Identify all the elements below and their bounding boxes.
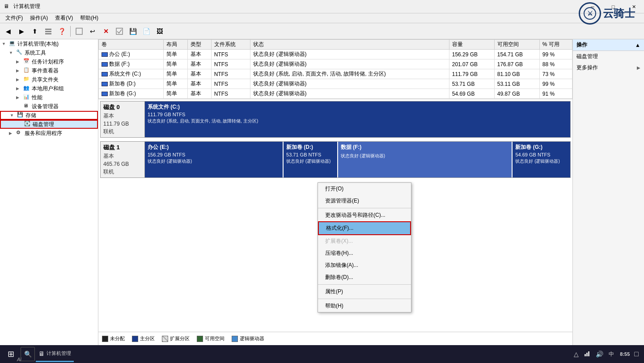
menu-action[interactable]: 操作(A) — [26, 13, 51, 23]
ctx-format[interactable]: 格式化(F)... — [318, 221, 411, 235]
cell-pct: 91 % — [539, 89, 572, 99]
tray-volume[interactable]: 🔊 — [594, 350, 605, 358]
disk1-partition-e[interactable]: 办公 (E:) 156.29 GB NTFS 状态良好 (逻辑驱动器) — [145, 142, 284, 177]
col-pct[interactable]: % 可用 — [539, 40, 572, 50]
icon-disk-mgmt: 💽 — [24, 121, 31, 128]
cell-type: 基本 — [187, 69, 211, 79]
arrow-computer-mgmt: ▼ — [2, 42, 9, 46]
cell-free: 53.11 GB — [494, 79, 539, 89]
sidebar-item-shared-folders[interactable]: ▶ 📁 共享文件夹 — [0, 75, 98, 84]
disk1-partition-d[interactable]: 新加卷 (D:) 53.71 GB NTFS 状态良好 (逻辑驱动器) — [284, 142, 338, 177]
ctx-shrink[interactable]: 压缩卷(H)... — [318, 247, 411, 259]
cell-pct: 73 % — [539, 69, 572, 79]
toolbar-cancel[interactable]: ✕ — [100, 25, 112, 38]
more-actions-arrow: ▶ — [637, 65, 640, 70]
close-button[interactable]: ✕ — [623, 0, 644, 13]
sidebar-item-storage[interactable]: ▼ 💾 存储 — [0, 111, 98, 120]
disk0-type: 基本 — [103, 112, 142, 120]
disk1-partition-g[interactable]: 新加卷 (G:) 54.69 GB NTFS 状态良好 (逻辑驱动器) — [513, 142, 570, 177]
maximize-button[interactable]: □ — [603, 0, 623, 13]
col-status[interactable]: 状态 — [250, 40, 449, 50]
disk0-p0-size: 111.79 GB NTFS — [148, 112, 568, 117]
taskbar-app-computer-mgmt[interactable]: 🖥 计算机管理 — [36, 346, 74, 362]
ctx-properties[interactable]: 属性(P) — [318, 286, 411, 298]
toolbar-up[interactable]: ⬆ — [29, 25, 41, 38]
sidebar-item-services[interactable]: ▶ ⚙ 服务和应用程序 — [0, 129, 98, 138]
toolbar-checkbox[interactable] — [113, 25, 126, 38]
col-vol[interactable]: 卷 — [99, 40, 164, 50]
toolbar-image[interactable]: 🖼 — [153, 25, 166, 38]
legend-logical: 逻辑驱动器 — [232, 335, 264, 342]
right-panel-collapse[interactable]: ▲ — [635, 42, 640, 48]
col-free[interactable]: 可用空间 — [494, 40, 539, 50]
clock[interactable]: 8:55 — [618, 351, 631, 357]
col-layout[interactable]: 布局 — [164, 40, 187, 50]
disk0-partition-c[interactable]: 系统文件 (C:) 111.79 GB NTFS 状态良好 (系统, 启动, 页… — [145, 101, 570, 137]
toolbar-undo[interactable]: ↩ — [86, 25, 99, 38]
disk1-p0-name: 办公 (E:) — [148, 144, 280, 151]
table-row[interactable]: 新加卷 (D:) 简单 基本 NTFS 状态良好 (逻辑驱动器) 53.71 G… — [99, 79, 572, 89]
table-row[interactable]: 办公 (E:) 简单 基本 NTFS 状态良好 (逻辑驱动器) 156.29 G… — [99, 50, 572, 59]
sidebar-item-computer-mgmt[interactable]: ▼ 💻 计算机管理(本地) — [0, 39, 98, 48]
icon-system-tools: 🔧 — [16, 49, 23, 56]
ctx-delete-vol[interactable]: 删除卷(D)... — [318, 271, 411, 283]
toolbar-new[interactable]: 📄 — [140, 25, 153, 38]
sidebar-item-device-mgr[interactable]: 🖥 设备管理器 — [0, 102, 98, 111]
ctx-sep2 — [318, 284, 411, 285]
label-system-tools: 系统工具 — [25, 49, 46, 57]
toolbar-btn6[interactable] — [73, 25, 85, 38]
disk1-partition-f[interactable]: 数据 (F:) 状态良好 (逻辑驱动器) — [338, 142, 513, 177]
tray-lang[interactable]: 中 — [607, 350, 615, 358]
sidebar-item-system-tools[interactable]: ▼ 🔧 系统工具 — [0, 48, 98, 57]
toolbar-help[interactable]: ❓ — [55, 25, 68, 38]
disk0-row: 磁盘 0 基本 111.79 GB 联机 系统文件 (C:) 111.79 GB… — [100, 101, 571, 138]
icon-computer-mgmt: 💻 — [9, 40, 16, 47]
ctx-help[interactable]: 帮助(H) — [318, 300, 411, 312]
icon-task-scheduler: 📅 — [23, 58, 30, 65]
right-panel-more-actions[interactable]: 更多操作 ▶ — [573, 62, 644, 73]
menu-view[interactable]: 查看(V) — [51, 13, 76, 23]
icon-event-viewer: 📋 — [23, 67, 30, 74]
cell-free: 81.10 GB — [494, 69, 539, 79]
col-type[interactable]: 类型 — [187, 40, 211, 50]
sidebar-item-performance[interactable]: ▶ 📊 性能 — [0, 93, 98, 102]
sidebar-item-task-scheduler[interactable]: ▶ 📅 任务计划程序 — [0, 57, 98, 66]
swatch-primary — [132, 336, 138, 342]
ctx-open[interactable]: 打开(O) — [318, 183, 411, 195]
tray-network[interactable] — [583, 350, 592, 358]
col-fs[interactable]: 文件系统 — [211, 40, 250, 50]
ctx-change-letter[interactable]: 更改驱动器号和路径(C)... — [318, 209, 411, 221]
table-row[interactable]: 新加卷 (G:) 简单 基本 NTFS 状态良好 (逻辑驱动器) 54.69 G… — [99, 89, 572, 99]
menu-file[interactable]: 文件(F) — [2, 13, 26, 23]
disk1-row: 磁盘 1 基本 465.76 GB 联机 办公 (E:) 156.29 GB N… — [100, 141, 571, 178]
table-row[interactable]: 数据 (F:) 简单 基本 NTFS 状态良好 (逻辑驱动器) 201.07 G… — [99, 59, 572, 69]
sidebar-item-event-viewer[interactable]: ▶ 📋 事件查看器 — [0, 66, 98, 75]
ctx-add-mirror[interactable]: 添加镜像(A)... — [318, 259, 411, 271]
ctx-explorer[interactable]: 资源管理器(E) — [318, 195, 411, 207]
tray-notification[interactable]: □ — [634, 350, 639, 358]
arrow-disk-mgmt — [17, 122, 24, 127]
cell-layout: 简单 — [164, 79, 187, 89]
toolbar-forward[interactable]: ▶ — [15, 25, 28, 38]
sidebar-item-local-users[interactable]: ▶ 👥 本地用户和组 — [0, 84, 98, 93]
minimize-button[interactable]: ─ — [582, 0, 603, 13]
title-bar-icon: 🖥 — [4, 3, 11, 10]
cell-fs: NTFS — [211, 59, 250, 69]
right-panel-disk-mgmt[interactable]: 磁盘管理 — [573, 51, 644, 62]
toolbar-save[interactable]: 💾 — [127, 25, 139, 38]
menu-help[interactable]: 帮助(H) — [76, 13, 102, 23]
toolbar: ◀ ▶ ⬆ ❓ ↩ ✕ 💾 📄 🖼 — [0, 23, 644, 39]
sidebar-item-disk-mgmt[interactable]: 💽 磁盘管理 — [0, 120, 98, 129]
table-row[interactable]: 系统文件 (C:) 简单 基本 NTFS 状态良好 (系统, 启动, 页面文件,… — [99, 69, 572, 79]
toolbar-show-hide[interactable] — [42, 25, 55, 38]
search-button[interactable]: 🔍 — [21, 347, 35, 361]
tray-expand[interactable]: △ — [572, 350, 580, 358]
ctx-sep1 — [318, 208, 411, 208]
swatch-extended — [162, 336, 168, 342]
col-cap[interactable]: 容量 — [449, 40, 494, 50]
ai-label: Ai — [17, 357, 21, 362]
toolbar-back[interactable]: ◀ — [2, 25, 14, 38]
svg-rect-7 — [585, 354, 586, 356]
right-panel-header: 操作 ▲ — [573, 39, 644, 51]
disk1-conn: 联机 — [103, 168, 142, 176]
